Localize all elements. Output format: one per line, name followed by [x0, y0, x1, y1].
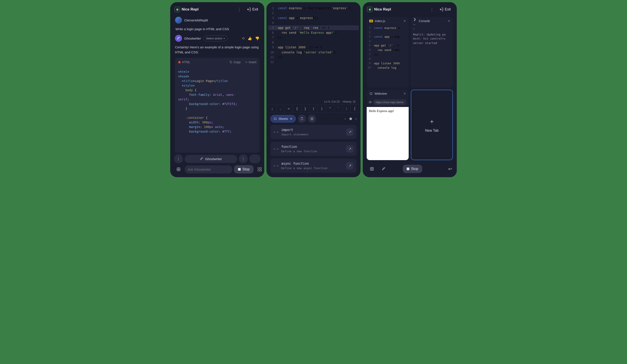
close-icon[interactable]: ✕ [290, 117, 293, 120]
plus-icon: ＋ [429, 117, 435, 126]
close-pane-button[interactable]: ✕ [448, 19, 450, 23]
header: ⬢ Nice Repl ⋮ Exit [365, 4, 455, 15]
code-line[interactable]: 10 console.log(' [367, 66, 409, 70]
symbol-key[interactable]: . [276, 105, 285, 112]
gw-actions: ⟲ 👍 👎 [242, 36, 260, 41]
exit-button[interactable]: Exit [245, 6, 260, 12]
console-line: Hint: hit control+c [413, 37, 451, 41]
webview-toolbar: ⟳ https://nice-repl.cleme [367, 98, 409, 107]
code-line[interactable]: 4 [268, 20, 359, 25]
console-line: server started [413, 41, 451, 45]
more-footer-button-left[interactable]: ⋮ [174, 155, 183, 163]
more-menu-button[interactable]: ⋮ [236, 6, 243, 13]
insert-snippet-button[interactable]: ↗ [346, 128, 354, 136]
symbol-key[interactable]: = [285, 105, 293, 112]
snippet-item[interactable]: < >importImport statement↗ [270, 125, 357, 139]
exit-button[interactable]: Exit [437, 6, 452, 12]
code-line[interactable]: 9⌄app.listen(3000 [367, 61, 409, 66]
stop-button[interactable]: Stop [403, 165, 422, 173]
ghostwriter-button[interactable]: Ghostwriter [185, 155, 237, 163]
snippet-subtitle: Import statement [281, 133, 343, 136]
ask-ghostwriter-input[interactable] [185, 165, 232, 173]
sheets-row: Sheets ✕ ‹ › [268, 113, 359, 125]
symbol-key[interactable]: ` [334, 105, 343, 112]
panes-body: JS index.js ✕ 1const express =23const ap… [365, 15, 455, 162]
sheets-button[interactable]: Sheets ✕ [270, 115, 296, 122]
code-line[interactable]: 6 res.send('Hello Express app!') [268, 30, 359, 35]
code-line[interactable]: 6 res.send('Hel [367, 48, 409, 52]
symbol-key[interactable]: ( [310, 105, 318, 112]
docs-button[interactable] [308, 115, 316, 123]
code-line[interactable]: 2 [367, 30, 409, 35]
symbol-key[interactable]: ; [268, 105, 276, 112]
url-bar[interactable]: https://nice-repl.cleme [373, 99, 407, 105]
code-line[interactable]: 1const express = [367, 26, 409, 30]
more-menu-button[interactable]: ⋮ [428, 6, 436, 13]
code-line[interactable]: 7}); [367, 52, 409, 57]
symbol-key[interactable]: " [326, 105, 334, 112]
nav-next-button[interactable]: › [356, 117, 357, 121]
more-footer-button-right[interactable]: ⋮ [239, 155, 248, 163]
insert-snippet-button[interactable]: ↗ [346, 162, 354, 169]
file-pane[interactable]: JS index.js ✕ 1const express =23const ap… [367, 17, 409, 88]
webview-pane[interactable]: Webview ✕ ⟳ https://nice-repl.cleme Hell… [367, 90, 409, 160]
panels-icon[interactable] [174, 165, 183, 174]
avatar [175, 17, 182, 24]
code-line[interactable]: 5⌄app.get('/', (r [367, 43, 409, 48]
code-line[interactable]: 12 [268, 59, 359, 64]
stop-button[interactable]: Stop [234, 165, 254, 173]
symbol-key[interactable]: { [293, 105, 301, 112]
cursor-position: Ln 5, Col 23 [324, 100, 340, 103]
new-tab-button[interactable]: ＋ New Tab [411, 90, 453, 160]
code-header: ⬢ HTML Copy Insert [175, 58, 260, 66]
exit-icon [247, 7, 251, 12]
copy-button[interactable]: Copy [229, 60, 241, 64]
code-line[interactable]: 4 [367, 39, 409, 43]
extra-footer-button[interactable] [249, 155, 260, 163]
history-button[interactable]: History [343, 100, 356, 103]
symbol-key[interactable]: : [343, 105, 351, 112]
code-line[interactable]: 3const app = exp [367, 35, 409, 39]
snippet-item[interactable]: < >functionDefine a new function↗ [270, 142, 357, 156]
ghostwriter-footer-button[interactable] [379, 164, 388, 173]
node-icon: ⬢ [175, 7, 180, 12]
back-button[interactable]: ↩ [448, 166, 452, 171]
code-line[interactable]: 3const app = express(); [268, 15, 359, 20]
terminal-icon: ❯_ [414, 19, 417, 23]
close-pane-button[interactable]: ✕ [403, 19, 406, 23]
panels-icon[interactable] [367, 164, 376, 173]
select-action-dropdown[interactable]: Select action ▾ [203, 35, 227, 41]
symbol-key[interactable]: ) [318, 105, 326, 112]
code-line[interactable]: 10 console.log('server started'); [268, 50, 359, 55]
grid-button[interactable] [255, 165, 264, 174]
symbol-key[interactable]: } [301, 105, 310, 112]
code-line[interactable]: 8 [268, 40, 359, 45]
code-line[interactable]: 5⌄app.get('/', (req, res) => { [268, 25, 359, 30]
insert-snippet-button[interactable]: ↗ [346, 145, 354, 153]
screen-editor: 1const express = req">require('express')… [266, 2, 361, 177]
ghostwriter-label: Ghostwriter [184, 37, 201, 40]
code-line[interactable]: 9⌄app.listen(3000, () => { [268, 45, 359, 50]
insert-button[interactable]: Insert [245, 60, 257, 64]
thumbs-down-button[interactable]: 👎 [255, 36, 260, 41]
snippet-item[interactable]: < >async functionDefine a new async func… [270, 158, 357, 173]
clipboard-button[interactable] [298, 115, 306, 123]
console-pane[interactable]: ❯_ Console ✕ › Replit: Updating paHint: … [411, 17, 453, 88]
code-line[interactable]: 1const express = req">require('express')… [268, 6, 359, 10]
console-body[interactable]: › Replit: Updating paHint: hit control+c… [411, 25, 453, 88]
thumbs-up-button[interactable]: 👍 [248, 36, 252, 41]
pane-editor[interactable]: 1const express =23const app = exp45⌄app.… [367, 25, 409, 88]
code-block: ⬢ HTML Copy Insert <html> <head> <title>… [175, 58, 260, 153]
symbol-key[interactable]: [ [351, 105, 359, 112]
nav-prev-button[interactable]: ‹ [345, 117, 346, 121]
close-pane-button[interactable]: ✕ [403, 92, 406, 95]
regenerate-button[interactable]: ⟲ [242, 36, 245, 41]
code-line[interactable]: 11}); [268, 55, 359, 59]
svg-rect-0 [231, 62, 232, 63]
code-line[interactable]: 8 [367, 57, 409, 61]
ghostwriter-row: Ghostwriter Select action ▾ ⟲ 👍 👎 [175, 35, 260, 42]
code-line[interactable]: 7}); [268, 35, 359, 40]
code-editor[interactable]: 1const express = req">require('express')… [268, 4, 359, 99]
code-line[interactable]: 2 [268, 10, 359, 15]
reload-button[interactable]: ⟳ [369, 100, 372, 104]
